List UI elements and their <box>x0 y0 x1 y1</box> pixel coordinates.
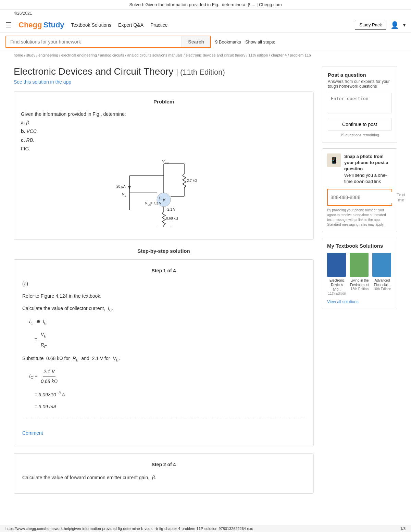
book-edition-2: 18th Edition <box>350 287 370 291</box>
book-title: Electronic Devices and Circuit Theory | … <box>14 66 314 77</box>
nav-textbook[interactable]: Textbook Solutions <box>71 22 112 28</box>
left-content: Electronic Devices and Circuit Theory | … <box>14 66 314 500</box>
nav-links: Textbook Solutions Expert Q&A Practice <box>71 22 168 28</box>
problem-text: Given the information provided in Fig., … <box>21 110 307 153</box>
search-bar: Search 9 Bookmarks Show all steps: <box>0 33 411 51</box>
step2-box: Step 2 of 4 Calculate the value of forwa… <box>14 453 314 494</box>
step1-math1: IC ≅ IE <box>29 317 305 327</box>
book-thumb-2[interactable]: Living in the Environment 18th Edition <box>350 253 370 295</box>
step1-line1: Refer to Figure 4.124 in the textbook. <box>22 291 305 301</box>
problem-section: Problem Given the information provided i… <box>14 91 314 240</box>
questions-remaining: 19 questions remaining <box>328 133 391 137</box>
page-title-bar: Solved: Given the information provided i… <box>0 0 411 10</box>
page-title: Solved: Given the information provided i… <box>129 2 282 7</box>
svg-text:+: + <box>158 196 160 200</box>
date: 4/26/2021 <box>14 11 32 16</box>
hamburger-icon[interactable]: ☰ <box>5 21 12 29</box>
nav-practice[interactable]: Practice <box>150 22 168 28</box>
text-me-button[interactable]: Text me <box>393 189 409 205</box>
book-cover-1 <box>327 253 346 277</box>
bookmarks-button[interactable]: 9 Bookmarks <box>215 39 241 45</box>
book-cover-3 <box>372 253 391 277</box>
book-name-2: Living in the Environment <box>350 278 370 287</box>
book-name-1: Electronic Devices and... <box>327 278 347 292</box>
book-thumb-3[interactable]: Advanced Financial... 10th Edition <box>372 253 392 295</box>
step1-math2: = VE RE <box>29 330 305 350</box>
nav-expert[interactable]: Expert Q&A <box>118 22 144 28</box>
snap-photo-inner: 📱 Snap a photo from your phone to post a… <box>327 153 392 185</box>
view-all-solutions-link[interactable]: View all solutions <box>327 299 359 304</box>
step1-math5: = 3.09 mA <box>29 402 305 411</box>
step1-math4: = 3.09×10−3 A <box>29 389 305 399</box>
breadcrumb: home / study / engineering / electrical … <box>0 51 411 59</box>
svg-text:V: V <box>122 193 125 196</box>
textbook-solutions-title: My Textbook Solutions <box>327 243 392 249</box>
svg-text:β: β <box>163 197 165 202</box>
book-edition-3: 10th Edition <box>372 287 392 291</box>
book-cover-2 <box>350 253 369 277</box>
step1-line2: Calculate the value of collector current… <box>22 304 305 314</box>
phone-row: Text me <box>327 189 392 206</box>
svg-text:2.7 kΩ: 2.7 kΩ <box>187 179 197 183</box>
svg-text:○ 2.1 V: ○ 2.1 V <box>164 208 175 211</box>
post-subtitle: Answers from our experts for your tough … <box>328 79 391 89</box>
step2-content: Calculate the value of forward common em… <box>22 473 305 482</box>
right-actions: Study Pack 👤 ▾ <box>355 20 406 30</box>
main-layout: Electronic Devices and Circuit Theory | … <box>0 59 411 507</box>
circuit-diagram: V CC 20 μA V B <box>112 159 215 227</box>
circuit-svg: V CC 20 μA V B <box>112 159 215 227</box>
logo-chegg: Chegg <box>18 21 42 29</box>
continue-to-post-button[interactable]: Continue to post <box>328 118 391 131</box>
search-input-wrap: Search <box>5 36 211 48</box>
snap-text: Snap a photo from your phone to post a q… <box>344 153 392 185</box>
see-app-link[interactable]: See this solution in the app <box>14 79 71 85</box>
post-title: Post a question <box>328 72 391 78</box>
problem-header: Problem <box>21 99 307 104</box>
avatar-button[interactable]: 👤 <box>390 21 399 29</box>
svg-text:B: B <box>125 195 126 197</box>
book-thumb-1[interactable]: Electronic Devices and... 11th Edition <box>327 253 347 295</box>
solution-header: Step-by-step solution <box>14 248 314 254</box>
search-button[interactable]: Search <box>182 36 210 47</box>
phone-icon: 📱 <box>327 153 341 167</box>
top-bar: ☰ Chegg Study Textbook Solutions Expert … <box>0 17 411 33</box>
book-thumbnails: Electronic Devices and... 11th Edition L… <box>327 253 392 295</box>
right-sidebar: Post a question Answers from our experts… <box>322 66 397 500</box>
snap-disclaimer: By providing your phone number, you agre… <box>327 208 392 227</box>
svg-text:20 μA: 20 μA <box>116 185 126 188</box>
step1-math3: IC = 2.1 V 0.68 kΩ <box>29 367 305 386</box>
search-input[interactable] <box>6 36 182 47</box>
svg-marker-5 <box>128 186 131 189</box>
svg-text:= 7.3 V: = 7.3 V <box>150 201 161 205</box>
question-textarea[interactable] <box>328 93 391 113</box>
step1-content: (a) Refer to Figure 4.124 in the textboo… <box>22 279 305 438</box>
chevron-down-icon: ▾ <box>403 22 406 28</box>
step1-title: Step 1 of 4 <box>22 268 305 273</box>
show-steps-label: Show all steps: <box>245 39 275 45</box>
comment-link[interactable]: Comment <box>22 428 43 438</box>
post-question-box: Post a question Answers from our experts… <box>322 66 397 143</box>
step1-substitute: Substitute 0.68 kΩ for RE and 2.1 V for … <box>22 354 305 364</box>
book-edition-1: 11th Edition <box>327 292 347 295</box>
book-name-3: Advanced Financial... <box>372 278 392 287</box>
logo: Chegg Study <box>18 21 64 29</box>
study-pack-button[interactable]: Study Pack <box>355 20 386 30</box>
textbook-solutions-box: My Textbook Solutions Electronic Devices… <box>322 238 397 309</box>
step2-line1: Calculate the value of forward common em… <box>22 473 305 482</box>
svg-text:V: V <box>145 201 148 205</box>
divider <box>22 417 305 417</box>
svg-text:0.68 kΩ: 0.68 kΩ <box>166 216 178 220</box>
step1-part: (a) <box>22 279 305 288</box>
logo-study: Study <box>43 21 64 29</box>
date-bar: 4/26/2021 <box>0 10 411 17</box>
snap-photo-box: 📱 Snap a photo from your phone to post a… <box>322 148 397 232</box>
phone-input[interactable] <box>328 192 393 203</box>
step1-box: Step 1 of 4 (a) Refer to Figure 4.124 in… <box>14 259 314 446</box>
step2-title: Step 2 of 4 <box>22 462 305 467</box>
